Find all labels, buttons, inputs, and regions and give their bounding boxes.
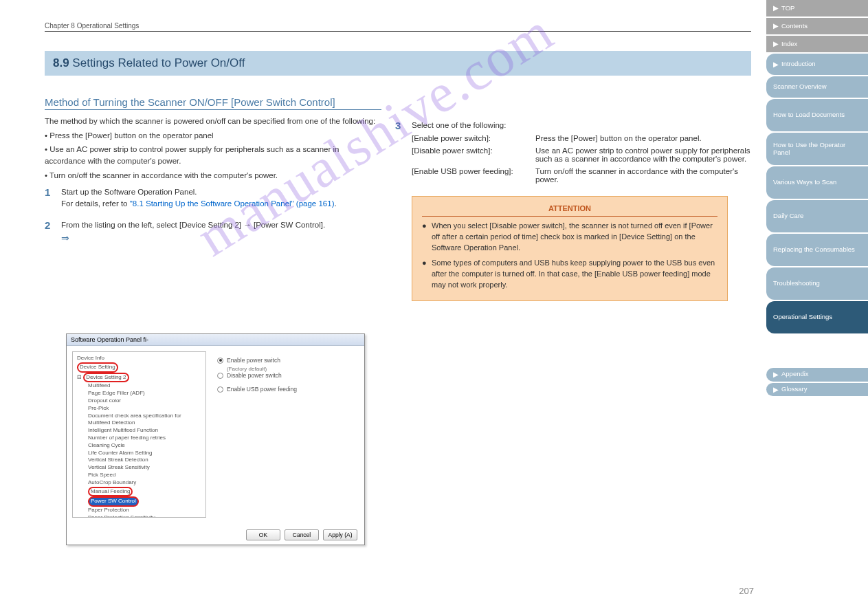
radio-disable-power-switch[interactable]: Disable power switch [217,372,353,379]
step-text-b: For details, refer to [61,199,130,208]
tree-item-selected[interactable]: Power SW Control [74,496,204,507]
nav-top[interactable]: ▶TOP [766,0,868,17]
nav-chapter-active[interactable]: Operational Settings [766,301,868,333]
tree-item[interactable]: Pick Speed [74,472,204,479]
radio-icon [217,358,223,364]
nav-appendix[interactable]: ▶Appendix [766,368,868,382]
tree-item[interactable]: Dropout color [74,397,204,405]
tree-device-setting[interactable]: Device Setting [74,362,204,373]
nav-introduction[interactable]: ▶Introduction [766,54,868,75]
option-label: [Enable USB power feeding]: [412,167,535,184]
nav-contents[interactable]: ▶Contents [766,18,868,34]
step-text: Start up the Software Operation Panel. [61,188,197,196]
nav-chapter[interactable]: Daily Care [766,200,868,232]
tree-item[interactable]: Pre-Pick [74,405,204,413]
page-number: 207 [739,586,754,596]
nav-index[interactable]: ▶Index [766,36,868,52]
software-operation-panel-dialog: Software Operation Panel fi- Device Info… [66,333,365,545]
triangle-icon: ▶ [773,22,779,30]
note-text: Some types of computers and USB hubs kee… [432,258,717,291]
tree-item[interactable]: Paper Protection Sensitivity [74,514,204,518]
chapter-label: Chapter 8 Operational Settings [45,22,139,30]
tree-item[interactable]: Document check area specification for Mu… [74,413,204,428]
cancel-button[interactable]: Cancel [285,529,319,540]
attention-label: ATTENTION [422,204,717,217]
intro-line: The method by which the scanner is power… [45,116,381,127]
section-title: Settings Related to Power On/Off [69,56,245,69]
tree-device-info[interactable]: Device Info [74,355,204,362]
tree-item[interactable]: Paper Protection [74,507,204,514]
section-number: 8.9 [53,56,69,69]
step-text: From the listing on the left, select [De… [61,219,325,231]
dialog-title: Software Operation Panel fi- [67,334,364,346]
triangle-icon: ▶ [773,4,779,12]
tree-item[interactable]: Manual Feeding [74,487,204,497]
bullet-icon: ● [422,258,432,291]
tree-item[interactable]: Cleaning Cycle [74,442,204,450]
radio-enable-power-switch[interactable]: Enable power switch [217,357,353,364]
option-label: [Disable power switch]: [412,146,535,163]
nav-chapter[interactable]: How to Use the Operator Panel [766,133,868,165]
step-2: 2 From the listing on the left, select [… [45,219,381,231]
intro-bullet: • Use an AC power strip to control power… [45,144,381,166]
triangle-icon: ▶ [773,40,779,48]
attention-box: ATTENTION ●When you select [Disable powe… [412,196,728,301]
intro-bullet: • Turn on/off the scanner in accordance … [45,170,381,182]
step-number: 3 [395,120,412,131]
radio-sub-label: (Factory default) [227,366,353,372]
step-text: Select one of the following: [412,120,506,131]
bullet-icon: ● [422,221,432,254]
right-column: 3 Select one of the following: [Enable p… [395,103,753,301]
tree-item[interactable]: Multifeed [74,382,204,390]
dialog-options: Enable power switch (Factory default) Di… [206,351,359,518]
triangle-icon: ▶ [773,386,779,394]
option-desc: Press the [Power] button on the operator… [535,134,753,142]
step-result: ⇒ [61,232,381,243]
sidebar-nav: ▶TOP ▶Contents ▶Index ▶Introduction Scan… [766,0,868,396]
tree-item[interactable]: AutoCrop Boundary [74,479,204,487]
radio-icon [217,386,223,393]
tree-item[interactable]: Life Counter Alarm Setting [74,450,204,457]
intro-text: The method by which the scanner is power… [45,116,381,181]
subsection-heading: Method of Turning the Scanner ON/OFF [Po… [45,96,381,110]
step-1: 1 Start up the Software Operation Panel.… [45,186,381,209]
radio-enable-usb-power[interactable]: Enable USB power feeding [217,386,353,393]
option-label: [Enable power switch]: [412,134,535,142]
step-number: 2 [45,219,61,231]
step-number: 1 [45,186,61,209]
nav-chapter[interactable]: How to Load Documents [766,99,868,131]
tree-item[interactable]: Intelligent Multifeed Function [74,427,204,435]
nav-glossary[interactable]: ▶Glossary [766,383,868,397]
apply-button[interactable]: Apply (A) [323,529,357,540]
nav-chapter[interactable]: Various Ways to Scan [766,166,868,199]
radio-icon [217,373,223,379]
dialog-tree[interactable]: Device Info Device Setting ⊟ Device Sett… [72,351,206,518]
tree-item[interactable]: Number of paper feeding retries [74,435,204,442]
note-text: When you select [Disable power switch], … [432,221,717,254]
step-link[interactable]: "8.1 Starting Up the Software Operation … [130,199,335,208]
tree-device-setting2[interactable]: ⊟ Device Setting 2 [74,373,204,383]
page-header: Chapter 8 Operational Settings [45,0,751,32]
ok-button[interactable]: OK [246,529,280,540]
tree-item[interactable]: Vertical Streak Detection [74,457,204,464]
section-banner: 8.9 Settings Related to Power On/Off [45,51,751,76]
triangle-icon: ▶ [773,371,779,379]
option-desc: Use an AC power strip to control power s… [535,146,753,163]
option-desc: Turn on/off the scanner in accordance wi… [535,167,753,184]
tree-item[interactable]: Vertical Streak Sensitivity [74,464,204,472]
triangle-icon: ▶ [773,61,779,69]
intro-bullet: • Press the [Power] button on the operat… [45,130,381,142]
nav-overview[interactable]: Scanner Overview [766,76,868,98]
nav-chapter[interactable]: Troubleshooting [766,267,868,300]
arrow-icon: ⇒ [61,232,69,243]
nav-chapter[interactable]: Replacing the Consumables [766,234,868,266]
tree-item[interactable]: Page Edge Filler (ADF) [74,390,204,397]
